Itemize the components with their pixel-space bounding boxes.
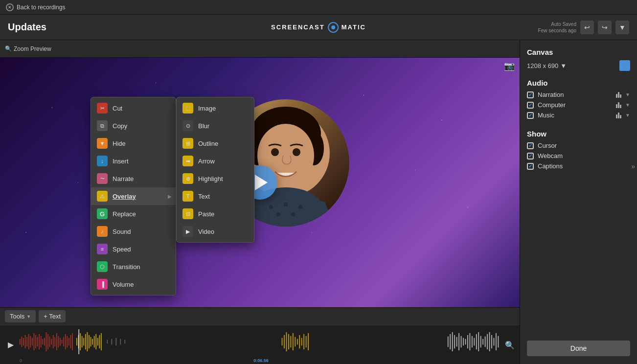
audio-computer-item: Computer ▼ — [527, 101, 630, 109]
audio-music-item: Music ▼ — [527, 112, 630, 119]
submenu-item-text[interactable]: T Text — [177, 187, 254, 205]
back-to-recordings-button[interactable]: ✕ Back to recordings — [6, 3, 65, 11]
svg-rect-81 — [456, 337, 457, 347]
bar2 — [618, 92, 619, 98]
menu-item-insert[interactable]: ↓ Insert — [91, 152, 176, 170]
menu-item-sound[interactable]: ♪ Sound — [91, 223, 176, 240]
svg-rect-90 — [476, 334, 477, 349]
webcam-checkbox[interactable] — [527, 153, 534, 159]
narration-chevron-icon[interactable]: ▼ — [625, 92, 630, 97]
timeline-search-icon[interactable]: 🔍 — [505, 340, 515, 349]
computer-label: Computer — [538, 101, 612, 109]
camera-icon[interactable]: 📷 — [504, 61, 515, 71]
hide-label: Hide — [113, 140, 126, 147]
brand-logo — [328, 22, 339, 33]
brand-left: SCREENCAST — [271, 23, 325, 31]
captions-checkbox[interactable] — [527, 163, 534, 170]
svg-rect-88 — [472, 336, 473, 348]
menu-button[interactable]: ▼ — [615, 21, 629, 34]
svg-rect-86 — [467, 335, 468, 348]
zoom-search-icon: 🔍 — [5, 46, 12, 52]
svg-rect-56 — [97, 338, 98, 346]
undo-button[interactable]: ↩ — [580, 21, 594, 34]
svg-point-12 — [291, 212, 295, 216]
tools-button[interactable]: Tools ▼ — [5, 310, 36, 322]
menu-item-overlay[interactable]: ⚠ Overlay ▶ — [91, 187, 176, 205]
narrate-label: Narrate — [113, 175, 134, 182]
menu-item-cut[interactable]: ✂ Cut — [91, 99, 176, 117]
video-container[interactable]: 📷 — [0, 58, 520, 307]
video-area: 🔍 Zoom Preview 📷 — [0, 40, 520, 364]
svg-rect-87 — [470, 333, 471, 350]
submenu-item-arrow[interactable]: ➡ Arrow — [177, 152, 254, 170]
submenu-item-highlight[interactable]: ⊕ Highlight — [177, 170, 254, 187]
add-text-button[interactable]: + Text — [39, 310, 66, 322]
timeline-play-button[interactable]: ▶ — [5, 339, 17, 351]
menu-item-speed[interactable]: ≡ Speed — [91, 240, 176, 258]
cursor-label: Cursor — [538, 142, 630, 149]
svg-rect-22 — [35, 335, 36, 348]
computer-bar-icon[interactable] — [616, 102, 621, 108]
music-chevron-icon[interactable]: ▼ — [625, 113, 630, 118]
image-label: Image — [198, 105, 216, 112]
done-button[interactable]: Done — [527, 341, 630, 356]
submenu-item-outline[interactable]: ⊞ Outline — [177, 135, 254, 152]
narration-bar-icon[interactable] — [616, 92, 621, 98]
paste-label: Paste — [198, 210, 214, 218]
menu-item-transition[interactable]: ⬡ Transition — [91, 258, 176, 275]
canvas-color-swatch[interactable] — [619, 60, 630, 71]
speed-label: Speed — [113, 246, 131, 253]
svg-point-11 — [276, 212, 280, 216]
svg-rect-92 — [480, 336, 481, 348]
audio-title: Audio — [527, 79, 630, 87]
menu-item-replace[interactable]: G Replace — [91, 205, 176, 223]
canvas-size-dropdown[interactable]: 1208 x 690 ▼ — [527, 62, 567, 69]
auto-saved-line2: Few seconds ago — [538, 27, 576, 34]
music-label: Music — [538, 112, 612, 119]
submenu-item-image[interactable]: ⬚ Image — [177, 99, 254, 117]
brand-right: MATIC — [341, 23, 366, 31]
svg-rect-94 — [485, 337, 486, 347]
svg-rect-53 — [92, 339, 93, 345]
right-panel: Canvas 1208 x 690 ▼ Audio Narration — [520, 40, 637, 364]
cut-label: Cut — [113, 105, 122, 112]
svg-rect-32 — [53, 335, 54, 348]
svg-rect-54 — [94, 336, 95, 348]
svg-rect-98 — [494, 338, 495, 346]
narration-checkbox[interactable] — [527, 91, 534, 98]
tools-label: Tools — [10, 313, 24, 320]
svg-rect-89 — [474, 338, 475, 346]
blur-label: Blur — [198, 122, 209, 130]
svg-point-8 — [269, 205, 273, 209]
menu-item-volume[interactable]: ▐ Volume — [91, 275, 176, 293]
submenu-item-video[interactable]: ▶ Video — [177, 223, 254, 240]
header: Updates SCREENCAST MATIC Auto Saved Few … — [0, 15, 637, 40]
music-checkbox[interactable] — [527, 112, 534, 119]
menu-item-hide[interactable]: ▼ Hide — [91, 135, 176, 152]
svg-rect-59 — [107, 340, 108, 344]
submenu-item-blur[interactable]: ⊙ Blur — [177, 117, 254, 135]
svg-point-10 — [298, 205, 302, 209]
menu-item-narrate[interactable]: 〜 Narrate — [91, 170, 176, 187]
time-current: 0:06.56 — [253, 358, 269, 363]
cursor-checkbox[interactable] — [527, 142, 534, 149]
show-cursor-item: Cursor — [527, 142, 630, 149]
svg-rect-67 — [288, 334, 289, 349]
redo-button[interactable]: ↪ — [598, 21, 612, 34]
svg-rect-55 — [95, 334, 96, 349]
menu-item-copy[interactable]: ⧉ Copy — [91, 117, 176, 135]
expand-right-icon[interactable]: » — [631, 162, 635, 170]
svg-rect-70 — [295, 337, 296, 347]
image-icon: ⬚ — [182, 103, 193, 114]
submenu-item-paste[interactable]: ⊟ Paste — [177, 205, 254, 223]
show-webcam-item: Webcam — [527, 152, 630, 159]
show-section: Show Cursor Webcam Captions » — [527, 130, 630, 173]
computer-checkbox[interactable] — [527, 102, 534, 109]
paste-icon: ⊟ — [182, 208, 193, 219]
transition-label: Transition — [113, 263, 140, 271]
svg-rect-101 — [79, 329, 79, 354]
computer-chevron-icon[interactable]: ▼ — [625, 102, 630, 108]
outline-label: Outline — [198, 140, 218, 147]
bar3 — [620, 105, 621, 108]
music-bar-icon[interactable] — [616, 113, 621, 118]
